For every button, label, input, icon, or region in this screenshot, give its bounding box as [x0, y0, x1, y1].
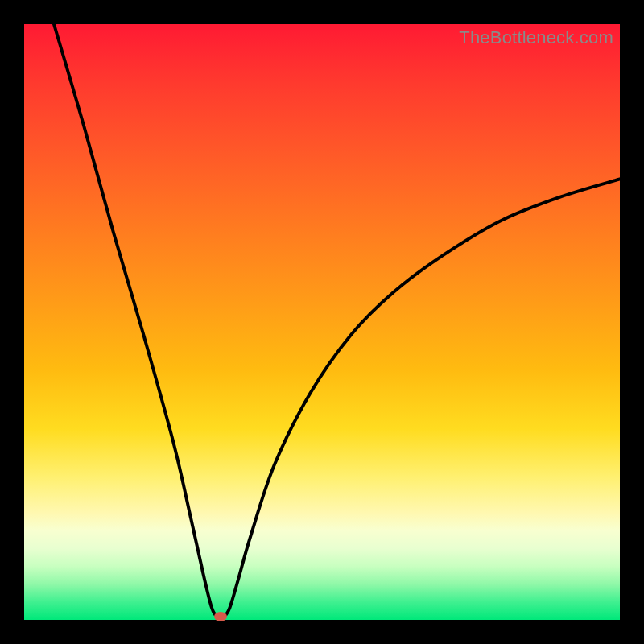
bottleneck-curve — [24, 24, 620, 620]
optimum-marker — [214, 612, 227, 621]
plot-area: TheBottleneck.com — [24, 24, 620, 620]
curve-path — [54, 24, 620, 618]
chart-frame: TheBottleneck.com — [0, 0, 644, 644]
